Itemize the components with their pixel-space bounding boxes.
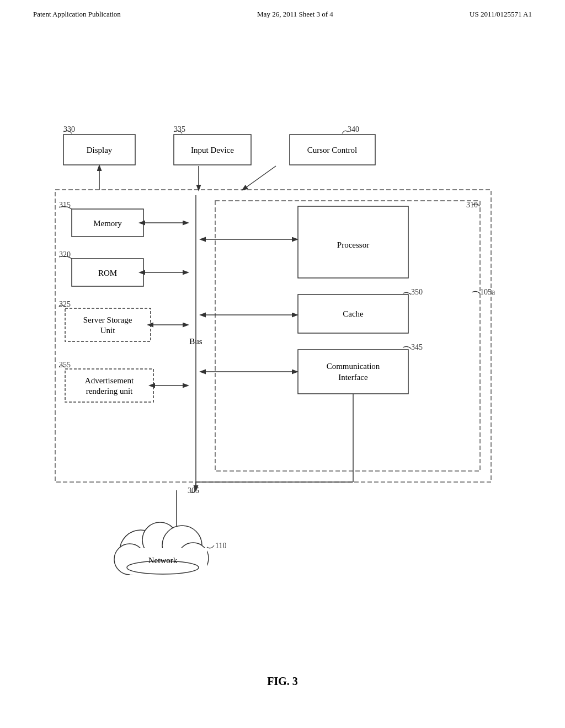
svg-text:Input Device: Input Device — [191, 146, 234, 154]
svg-text:350: 350 — [411, 288, 423, 296]
header-middle: May 26, 2011 Sheet 3 of 4 — [257, 10, 333, 19]
svg-text:ROM: ROM — [98, 269, 117, 277]
svg-rect-22 — [298, 350, 408, 394]
svg-text:340: 340 — [348, 125, 359, 133]
svg-text:345: 345 — [411, 343, 423, 351]
svg-text:Cursor Control: Cursor Control — [307, 146, 357, 154]
svg-text:Communication: Communication — [327, 362, 380, 371]
svg-text:330: 330 — [63, 125, 75, 133]
fig-label: FIG. 3 — [267, 675, 298, 687]
header-left: Patent Application Publication — [33, 10, 121, 19]
svg-text:Interface: Interface — [338, 373, 368, 382]
svg-text:355: 355 — [59, 361, 71, 369]
svg-text:Cache: Cache — [343, 309, 364, 318]
svg-text:Unit: Unit — [100, 326, 116, 335]
svg-text:Memory: Memory — [93, 219, 122, 228]
network-cloud: Network — [102, 510, 223, 581]
svg-text:Advertisement: Advertisement — [85, 376, 134, 385]
svg-text:335: 335 — [174, 125, 185, 133]
svg-rect-15 — [65, 369, 153, 402]
svg-text:Network: Network — [148, 556, 178, 565]
header-right: US 2011/0125571 A1 — [470, 10, 532, 19]
svg-text:325: 325 — [59, 300, 71, 308]
diagram-svg: Display Input Device Cursor Control Memo… — [0, 19, 565, 670]
svg-text:105a: 105a — [480, 288, 495, 296]
svg-text:Processor: Processor — [337, 240, 369, 249]
svg-text:Server Storage: Server Storage — [83, 315, 132, 324]
fig-caption: FIG. 3 — [0, 675, 565, 699]
svg-text:305: 305 — [188, 486, 199, 495]
svg-rect-12 — [65, 308, 151, 341]
svg-line-41 — [243, 166, 276, 190]
page-header: Patent Application Publication May 26, 2… — [0, 0, 565, 19]
diagram-area: Display Input Device Cursor Control Memo… — [0, 19, 565, 670]
svg-text:rendering unit: rendering unit — [86, 387, 133, 395]
svg-text:Display: Display — [87, 146, 113, 154]
